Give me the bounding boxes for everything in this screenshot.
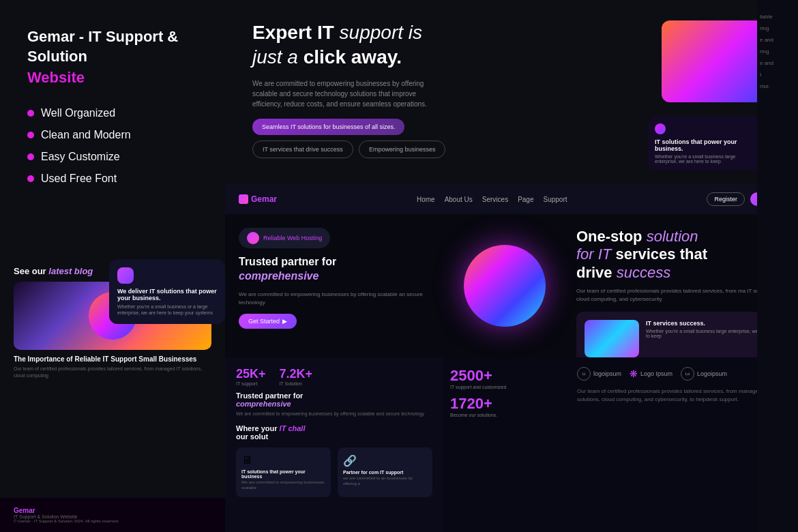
brand-footer: Gemar IT Support & Solution Website © Ge… bbox=[0, 498, 225, 532]
bottom-center: 2500+ IT support and customized 1720+ Be… bbox=[443, 357, 566, 532]
hero-right: IT solutions that power your business. W… bbox=[662, 20, 771, 164]
bullet-dot bbox=[27, 175, 34, 182]
service-card-1-title: IT solutions that power your business bbox=[241, 469, 325, 479]
trusted-title: Trusted partner forcomprehensive bbox=[236, 391, 432, 408]
site-hero-left: Reliable Web Hosting Trusted partner for… bbox=[225, 214, 443, 357]
main-content: Gemar Home About Us Services Page Suppor… bbox=[225, 184, 798, 532]
product-title-sub: Website bbox=[27, 69, 198, 87]
widget-desc: Whether you're a small business or a lar… bbox=[117, 304, 217, 316]
hero-title: Expert IT support isjust a click away. bbox=[252, 20, 641, 70]
it-service-card: IT services success. Whether you're a sm… bbox=[576, 312, 788, 357]
big-stat-1: 2500+ IT support and customized bbox=[450, 367, 559, 389]
feature-item-1: Well Organized bbox=[27, 107, 198, 119]
site-hero-sub: Our team of certified professionals prov… bbox=[576, 287, 788, 304]
site-hero-desc: We are committed to empowering businesse… bbox=[239, 291, 430, 307]
right-text-6: t bbox=[760, 72, 795, 78]
right-text-2: ring bbox=[760, 25, 795, 31]
logo-circle-3: Lo bbox=[681, 367, 694, 381]
nav-logo: Gemar bbox=[239, 194, 277, 204]
stat-number-1: 25K+ bbox=[236, 367, 266, 381]
nav-home[interactable]: Home bbox=[417, 196, 435, 203]
widget-card: We deliver IT solutions that power your … bbox=[109, 259, 225, 324]
stats-big-row: 2500+ IT support and customized 1720+ Be… bbox=[450, 367, 559, 417]
brand-tagline: IT Support & Solution Website bbox=[14, 514, 119, 519]
logo-1: Li logoipsum bbox=[577, 367, 621, 381]
feature-item-2: Clean and Modern bbox=[27, 129, 198, 141]
service-card-2-desc: we are committed to an businesses by off… bbox=[343, 476, 427, 487]
big-stat-1-num: 2500+ bbox=[450, 367, 559, 385]
stat-it-solution: 7.2K+ IT Solution bbox=[280, 367, 313, 386]
hero-left: Expert IT support isjust a click away. W… bbox=[252, 20, 641, 164]
site-hero-heading: One-stop solutionfor IT services thatdri… bbox=[576, 228, 788, 282]
logo-3: Lo Logoipsum bbox=[681, 367, 727, 381]
service-icons-row: 🖥 IT solutions that power your business … bbox=[236, 447, 432, 498]
hero-buttons: Seamless IT solutions for businesses of … bbox=[252, 119, 641, 135]
stat-desc: We are committed to empowering businesse… bbox=[236, 411, 432, 417]
service-card-1: 🖥 IT solutions that power your business … bbox=[236, 447, 331, 498]
stat-number-2: 7.2K+ bbox=[280, 367, 313, 381]
logos-row: Li logoipsum ❋ Logo Ipsum Lo Logoipsum bbox=[577, 367, 787, 381]
bullet-dot bbox=[27, 132, 34, 138]
stat-label-1: IT support bbox=[236, 381, 266, 386]
hero-outline-button-1[interactable]: IT services that drive success bbox=[252, 141, 353, 158]
card-icon bbox=[655, 123, 666, 134]
big-stat-2-label: Become our solutions. bbox=[450, 413, 559, 417]
site-hero-area: Reliable Web Hosting Trusted partner for… bbox=[225, 214, 798, 357]
right-text-3: e and bbox=[760, 37, 795, 43]
it-service-visual bbox=[585, 320, 639, 357]
feature-list: Well Organized Clean and Modern Easy Cus… bbox=[27, 107, 198, 185]
site-hero-center bbox=[443, 214, 566, 357]
hero-badge: Reliable Web Hosting bbox=[239, 228, 330, 248]
nav-logo-icon bbox=[239, 194, 248, 204]
blog-post-desc: Our team of certified professionals prov… bbox=[14, 366, 211, 379]
stat-it-support: 25K+ IT support bbox=[236, 367, 266, 386]
service-card-2-title: Partner for com IT support bbox=[343, 470, 427, 475]
bullet-dot bbox=[27, 153, 34, 160]
brand-name: Gemar bbox=[14, 507, 119, 514]
stat-label-2: IT Solution bbox=[280, 381, 313, 386]
logo-2: ❋ Logo Ipsum bbox=[630, 368, 673, 379]
register-button[interactable]: Register bbox=[707, 192, 745, 206]
badge-text: Reliable Web Hosting bbox=[263, 235, 322, 241]
nav-services[interactable]: Services bbox=[482, 196, 508, 203]
stat-row: 25K+ IT support 7.2K+ IT Solution bbox=[236, 367, 432, 386]
right-text-4: ring bbox=[760, 48, 795, 55]
link-icon: 🔗 bbox=[343, 454, 427, 467]
bullet-dot bbox=[27, 110, 34, 117]
nav-about[interactable]: About Us bbox=[445, 196, 473, 203]
hero-card-overlay: IT solutions that power your business. W… bbox=[648, 117, 764, 171]
right-partial: liable ring e and ring e and t rise. bbox=[757, 0, 798, 532]
big-stat-2: 1720+ Become our solutions. bbox=[450, 395, 559, 417]
widget-title: We deliver IT solutions that power your … bbox=[117, 288, 217, 301]
bottom-strip: 25K+ IT support 7.2K+ IT Solution Truste… bbox=[225, 357, 798, 532]
feature-item-4: Used Free Font bbox=[27, 173, 198, 185]
hero-section: Expert IT support isjust a click away. W… bbox=[225, 0, 798, 184]
nav-support[interactable]: Support bbox=[544, 196, 567, 203]
card-title: IT solutions that power your business. bbox=[655, 138, 757, 152]
service-card-1-desc: We are committed to empowering businesse… bbox=[241, 480, 325, 491]
hero-outline-button-2[interactable]: Empowering businesses bbox=[359, 141, 446, 158]
widget-icon bbox=[117, 267, 134, 284]
brand-copyright: © Gemar - IT Support & Solution 2024. Al… bbox=[14, 519, 119, 523]
card-desc: Whether you're a small business large en… bbox=[655, 154, 757, 164]
logo-circle-1: Li bbox=[577, 367, 591, 381]
hero-desc: We are committed to empowering businesse… bbox=[252, 78, 443, 109]
service-card-2: 🔗 Partner for com IT support we are comm… bbox=[338, 447, 432, 498]
nav-page[interactable]: Page bbox=[518, 196, 533, 203]
get-started-button[interactable]: Get Started ▶ bbox=[239, 314, 297, 329]
bottom-desc: Our team of certified professionals prov… bbox=[577, 387, 787, 404]
big-stat-2-num: 1720+ bbox=[450, 395, 559, 413]
bottom-left: 25K+ IT support 7.2K+ IT Solution Truste… bbox=[225, 357, 443, 532]
blog-post-title: The Importance of Reliable IT Support Sm… bbox=[14, 355, 211, 363]
product-title-main: Gemar - IT Support & Solution bbox=[27, 27, 198, 66]
challenge-title: Where your IT challour solut bbox=[236, 424, 432, 441]
hero-orb-main bbox=[464, 245, 546, 327]
badge-icon bbox=[247, 232, 259, 244]
right-text-7: rise. bbox=[760, 83, 795, 89]
right-text-1: liable bbox=[760, 14, 795, 20]
nav-links: Home About Us Services Page Support bbox=[288, 196, 696, 203]
monitor-icon: 🖥 bbox=[241, 454, 325, 467]
hero-primary-button[interactable]: Seamless IT solutions for businesses of … bbox=[252, 119, 404, 135]
site-hero-title: Trusted partner forcomprehensive bbox=[239, 255, 430, 284]
big-stat-1-label: IT support and customized bbox=[450, 385, 559, 389]
